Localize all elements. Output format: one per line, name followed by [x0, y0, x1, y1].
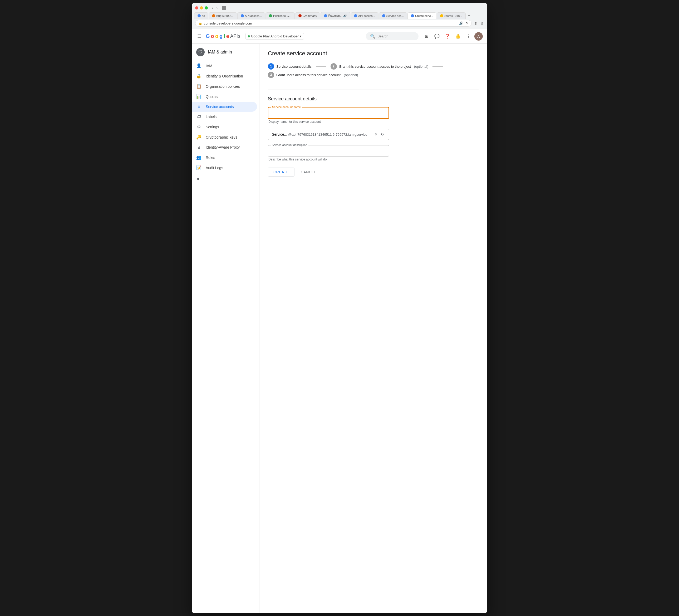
sidebar-label-iam: IAM	[206, 64, 212, 68]
minimize-traffic-light[interactable]	[200, 6, 203, 9]
tab-favicon	[212, 14, 215, 18]
cancel-button[interactable]: CANCEL	[297, 167, 321, 177]
name-text-field[interactable]: Service account name	[268, 107, 389, 119]
create-button[interactable]: CREATE	[268, 167, 294, 177]
project-name: Google Play Android Developer	[251, 34, 299, 38]
email-domain: @api-797683161841346511 6-759572.iam.gse…	[288, 132, 373, 136]
step-3-number: 3	[270, 73, 272, 77]
name-input[interactable]	[272, 111, 385, 116]
project-status-dot	[248, 35, 250, 37]
tab-fragment[interactable]: Fragmen... 🔊	[321, 12, 350, 19]
browser-chrome: ‹ › de Bug 59400:... API access... Publi…	[192, 3, 487, 29]
sidebar-item-quotas[interactable]: 📊 Quotas	[192, 91, 257, 102]
help-button[interactable]: ❓	[443, 32, 452, 41]
sidebar-label-org-policies: Organisation policies	[206, 84, 240, 89]
audit-logs-icon: 📝	[196, 165, 201, 170]
sidebar-item-service-accounts[interactable]: 🖥 Service accounts	[192, 102, 257, 112]
tab-stores[interactable]: Stores - Sm...	[437, 12, 465, 19]
search-box[interactable]: 🔍	[366, 32, 419, 40]
sidebar-item-org-policies[interactable]: 📋 Organisation policies	[192, 81, 257, 91]
tab-label: Create servi...	[415, 14, 433, 18]
sidebar-header: 🛡 IAM & admin	[192, 44, 259, 61]
search-input[interactable]	[378, 34, 414, 38]
step-divider-1	[316, 66, 326, 67]
description-text-field[interactable]: Service account description	[268, 145, 389, 156]
more-button[interactable]: ⋮	[464, 32, 473, 41]
name-field-helper: Display name for this service account	[268, 120, 479, 124]
lock-icon: 🔒	[199, 22, 202, 25]
step-3-label: Grant users access to this service accou…	[276, 73, 341, 77]
page-title: Create service account	[268, 50, 479, 57]
tab-favicon	[382, 14, 385, 18]
iap-icon: 🖥	[196, 145, 201, 150]
tab-favicon	[354, 14, 357, 18]
quotas-icon: 📊	[196, 94, 201, 99]
clear-email-button[interactable]: ✕	[374, 132, 379, 137]
step-2-circle: 2	[330, 63, 337, 69]
google-apis-logo: Google APIs	[206, 33, 240, 39]
hamburger-button[interactable]: ☰	[196, 32, 202, 40]
new-tab-button[interactable]: +	[466, 12, 473, 19]
tab-de[interactable]: de	[194, 12, 208, 19]
roles-icon: 👥	[196, 155, 201, 160]
refresh-email-button[interactable]: ↻	[380, 132, 385, 137]
share-button[interactable]: ⬆	[474, 21, 478, 26]
tab-api2[interactable]: API access...	[351, 12, 379, 19]
back-button[interactable]: ‹	[211, 5, 215, 10]
description-field-label: Service account description	[271, 143, 309, 147]
refresh-icon[interactable]: ↻	[465, 21, 468, 25]
sidebar-label-audit-logs: Audit Logs	[206, 166, 223, 170]
sidebar-title: IAM & admin	[208, 50, 232, 55]
tab-bug[interactable]: Bug 59400:...	[208, 12, 237, 19]
sidebar-toggle-button[interactable]: ⧉	[480, 21, 484, 26]
name-field-label: Service account name	[271, 105, 302, 109]
volume-icon: 🔊	[459, 21, 463, 25]
chat-button[interactable]: 💬	[432, 32, 442, 41]
crypto-keys-icon: 🔑	[196, 135, 201, 140]
maximize-traffic-light[interactable]	[205, 6, 208, 9]
sidebar-item-iam[interactable]: 👤 IAM	[192, 61, 257, 71]
step-1-label: Service account details	[276, 65, 312, 68]
sidebar-item-roles[interactable]: 👥 Roles	[192, 152, 257, 162]
tab-label: Publish to G...	[273, 14, 291, 18]
sidebar-item-settings[interactable]: ⚙ Settings	[192, 122, 257, 132]
forward-button[interactable]: ›	[216, 5, 219, 10]
google-logo-l: l	[224, 33, 225, 39]
tab-create-service[interactable]: Create servi...	[408, 12, 437, 19]
sidebar-item-labels[interactable]: 🏷 Labels	[192, 112, 257, 122]
project-selector[interactable]: Google Play Android Developer ▾	[246, 33, 304, 39]
sidebar-item-iap[interactable]: 🖥 Identity-Aware Proxy	[192, 142, 257, 152]
sidebar-label-labels: Labels	[206, 115, 217, 119]
sidebar-item-crypto-keys[interactable]: 🔑 Cryptographic keys	[192, 132, 257, 142]
app-layout: ☰ Google APIs Google Play Android Develo…	[192, 29, 487, 613]
step-1-circle: 1	[268, 63, 274, 69]
tab-publish[interactable]: Publish to G...	[265, 12, 295, 19]
tab-service-acc[interactable]: Service acc...	[379, 12, 407, 19]
close-traffic-light[interactable]	[195, 6, 198, 9]
description-input[interactable]	[272, 149, 385, 154]
google-logo-g: G	[206, 33, 210, 39]
notifications-button[interactable]: 🔔	[453, 32, 463, 41]
step-2-label: Grant this service account access to the…	[339, 65, 411, 68]
tab-label: Stores - Sm...	[444, 14, 462, 18]
org-policies-icon: 📋	[196, 84, 201, 89]
tab-favicon	[440, 14, 443, 18]
tab-api1[interactable]: API access...	[237, 12, 265, 19]
sidebar-collapse-button[interactable]: ◀	[192, 173, 259, 184]
tab-favicon	[241, 14, 244, 18]
service-account-name-field: Service account name Display name for th…	[268, 107, 479, 124]
email-prefix: Service...	[272, 132, 287, 136]
search-icon: 🔍	[370, 34, 375, 39]
sidebar-item-identity[interactable]: 🔒 Identity & Organisation	[192, 71, 257, 81]
app-header: ☰ Google APIs Google Play Android Develo…	[192, 29, 487, 44]
address-bar-icons: 🔊 ↻	[459, 21, 468, 25]
url-text: console.developers.google.com	[204, 21, 457, 25]
tab-label: Service acc...	[386, 14, 404, 18]
avatar[interactable]: A	[474, 32, 483, 40]
address-bar[interactable]: 🔒 console.developers.google.com 🔊 ↻	[195, 20, 472, 27]
content-area: 🛡 IAM & admin 👤 IAM 🔒 Identity & Organis…	[192, 44, 487, 613]
tab-grammarly[interactable]: Grammarly	[295, 12, 320, 19]
sidebar-item-audit-logs[interactable]: 📝 Audit Logs	[192, 162, 257, 173]
tab-label: de	[202, 14, 205, 18]
apps-button[interactable]: ⊞	[422, 32, 431, 41]
